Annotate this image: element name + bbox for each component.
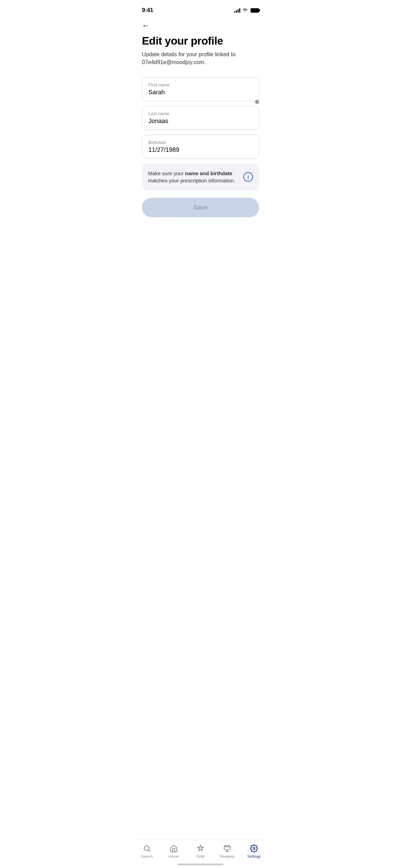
status-bar: 9:41 [134,0,267,19]
signal-icon [234,8,240,13]
form-fields-wrapper: First name Sarah Last name Jonaas Birthd… [142,77,259,159]
last-name-label: Last name [148,111,253,116]
info-box: Make sure your name and birthdate matche… [142,164,259,190]
first-name-field[interactable]: First name Sarah [142,77,259,101]
first-name-label: First name [148,82,253,87]
page-title: Edit your profile [142,34,259,47]
birthdate-value: 11/27/1989 [148,146,253,154]
save-button[interactable]: Save [142,198,259,217]
birthdate-field[interactable]: Birthdate 11/27/1989 [142,135,259,159]
last-name-value: Jonaas [148,118,253,125]
birthdate-label: Birthdate [148,140,253,145]
status-icons [234,8,259,13]
page-header: Edit your profile Update details for you… [134,32,267,74]
first-name-value: Sarah [148,89,253,96]
scroll-indicator-dot [255,100,259,104]
info-icon: i [243,172,253,182]
info-text: Make sure your name and birthdate matche… [148,170,239,184]
last-name-field[interactable]: Last name Jonaas [142,106,259,130]
form-container: First name Sarah Last name Jonaas Birthd… [134,74,267,220]
page-subtitle: Update details for your profile linked t… [142,51,259,66]
wifi-icon [242,8,248,12]
back-arrow-icon[interactable]: ← [142,21,149,30]
nav-back[interactable]: ← [134,19,267,32]
status-time: 9:41 [142,7,153,14]
battery-icon [251,8,259,13]
